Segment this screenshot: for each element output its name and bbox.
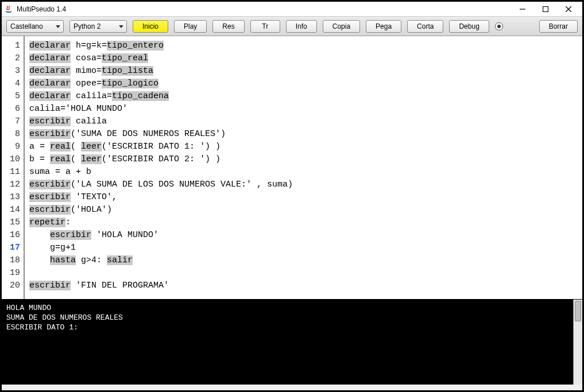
- line-number: 13: [2, 191, 24, 204]
- code-line[interactable]: escribir 'TEXTO',: [29, 191, 578, 204]
- code-line[interactable]: escribir 'HOLA MUNDO': [29, 229, 578, 242]
- line-number: 4: [2, 77, 24, 90]
- code-line[interactable]: calila='HOLA MUNDO': [29, 103, 578, 115]
- code-line[interactable]: declarar cosa=tipo_real: [29, 52, 578, 65]
- python-select[interactable]: Python 2: [69, 20, 127, 33]
- inicio-button[interactable]: Inicio: [133, 20, 168, 33]
- code-area[interactable]: declarar h=g=k=tipo_enterodeclarar cosa=…: [25, 36, 582, 299]
- line-number: 15: [2, 216, 24, 229]
- borrar-button[interactable]: Borrar: [539, 20, 578, 33]
- line-number: 7: [2, 115, 24, 128]
- tr-button[interactable]: Tr: [250, 20, 280, 33]
- editor[interactable]: 1234567891011121314151617181920 declarar…: [2, 36, 582, 300]
- code-line[interactable]: escribir('LA SUMA DE LOS DOS NUMEROS VAL…: [29, 178, 578, 191]
- code-line[interactable]: declarar mimo=tipo_lista: [29, 65, 578, 77]
- line-number: 12: [2, 178, 24, 191]
- line-number: 9: [2, 141, 24, 153]
- code-line[interactable]: b = real( leer('ESCRIBIR DATO 2: ') ): [29, 153, 578, 166]
- line-number: 20: [2, 280, 24, 292]
- line-number: 3: [2, 65, 24, 77]
- console-panel: HOLA MUNDO SUMA DE DOS NUMEROS REALES ES…: [2, 300, 582, 385]
- java-icon: [4, 5, 13, 14]
- debug-radio[interactable]: [495, 22, 503, 30]
- debug-button[interactable]: Debug: [449, 20, 489, 33]
- language-select[interactable]: Castellano: [6, 20, 64, 33]
- line-number: 14: [2, 204, 24, 216]
- code-line[interactable]: hasta g>4: salir: [29, 254, 578, 267]
- play-button[interactable]: Play: [174, 20, 207, 33]
- code-line[interactable]: escribir('HOLA'): [29, 204, 578, 216]
- line-number: 11: [2, 166, 24, 178]
- line-number: 1: [2, 40, 24, 52]
- console-scrollbar[interactable]: [573, 300, 582, 385]
- pega-button[interactable]: Pega: [366, 20, 401, 33]
- code-line[interactable]: escribir calila: [29, 115, 578, 128]
- code-line[interactable]: suma = a + b: [29, 166, 578, 178]
- line-number: 5: [2, 90, 24, 103]
- code-line[interactable]: a = real( leer('ESCRIBIR DATO 1: ') ): [29, 141, 578, 153]
- code-line[interactable]: escribir('SUMA DE DOS NUMEROS REALES'): [29, 128, 578, 141]
- code-line[interactable]: g=g+1: [29, 242, 578, 254]
- console-output[interactable]: HOLA MUNDO SUMA DE DOS NUMEROS REALES ES…: [2, 300, 573, 385]
- code-line[interactable]: escribir 'FIN DEL PROGRAMA': [29, 280, 578, 292]
- info-button[interactable]: Info: [286, 20, 317, 33]
- code-line[interactable]: declarar opee=tipo_logico: [29, 77, 578, 90]
- line-number: 10: [2, 153, 24, 166]
- app-window: MultiPseudo 1.4 Castellano Python 2 Inic…: [0, 0, 584, 392]
- code-line[interactable]: [29, 267, 578, 280]
- res-button[interactable]: Res: [212, 20, 244, 33]
- line-gutter: 1234567891011121314151617181920: [2, 36, 25, 299]
- line-number: 16: [2, 229, 24, 242]
- toolbar: Castellano Python 2 Inicio Play Res Tr I…: [2, 17, 582, 36]
- minimize-button[interactable]: [511, 2, 534, 16]
- line-number: 6: [2, 103, 24, 115]
- copia-button[interactable]: Copia: [323, 20, 360, 33]
- code-line[interactable]: declarar h=g=k=tipo_entero: [29, 40, 578, 52]
- code-line[interactable]: repetir:: [29, 216, 578, 229]
- line-number: 19: [2, 267, 24, 280]
- maximize-button[interactable]: [534, 2, 557, 16]
- scrollbar-thumb[interactable]: [575, 301, 581, 321]
- close-button[interactable]: [557, 2, 580, 16]
- line-number: 18: [2, 254, 24, 267]
- line-number: 17: [2, 242, 24, 254]
- line-number: 8: [2, 128, 24, 141]
- code-line[interactable]: declarar calila=tipo_cadena: [29, 90, 578, 103]
- window-title: MultiPseudo 1.4: [17, 5, 66, 13]
- line-number: 2: [2, 52, 24, 65]
- titlebar: MultiPseudo 1.4: [2, 2, 582, 17]
- corta-button[interactable]: Corta: [407, 20, 443, 33]
- svg-rect-1: [543, 6, 548, 11]
